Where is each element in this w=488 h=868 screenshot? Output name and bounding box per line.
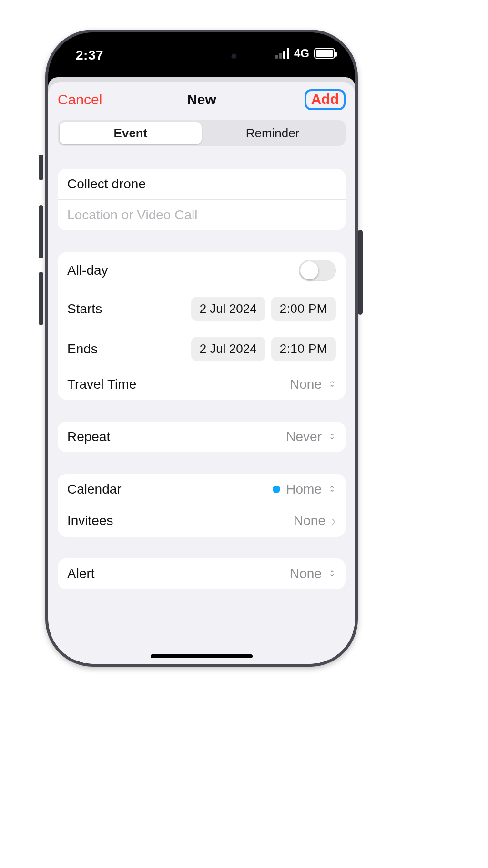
updown-icon [327, 486, 336, 494]
row-starts: Starts 2 Jul 2024 2:00 PM [58, 289, 346, 329]
title-input[interactable] [67, 176, 336, 192]
cellular-signal-icon [275, 48, 289, 59]
home-indicator[interactable] [151, 654, 253, 658]
row-alert[interactable]: Alert None [58, 558, 346, 589]
front-camera-icon [231, 53, 238, 60]
group-title-location [58, 169, 346, 230]
updown-icon [327, 381, 336, 389]
row-repeat[interactable]: Repeat Never [58, 422, 346, 452]
calendar-label: Calendar [67, 482, 122, 497]
group-alert: Alert None [58, 558, 346, 589]
add-button-highlight: Add [305, 89, 346, 110]
row-travel-time[interactable]: Travel Time None [58, 369, 346, 400]
ends-date-button[interactable]: 2 Jul 2024 [191, 337, 265, 361]
network-label: 4G [294, 47, 309, 60]
allday-label: All-day [67, 263, 108, 278]
starts-label: Starts [67, 301, 102, 317]
iphone-frame: 2:37 4G Cancel New Add Event Reminder [45, 30, 358, 667]
status-time: 2:37 [76, 48, 103, 63]
updown-icon [327, 570, 336, 579]
status-right: 4G [275, 47, 335, 60]
cancel-button[interactable]: Cancel [58, 92, 102, 108]
row-calendar[interactable]: Calendar Home [58, 474, 346, 505]
invitees-label: Invitees [67, 513, 113, 528]
dynamic-island [156, 45, 247, 69]
travel-label: Travel Time [67, 377, 136, 392]
allday-switch[interactable] [299, 260, 336, 281]
row-allday[interactable]: All-day [58, 252, 346, 289]
row-ends: Ends 2 Jul 2024 2:10 PM [58, 329, 346, 369]
form-scroll[interactable]: All-day Starts 2 Jul 2024 2:00 PM Ends [48, 154, 355, 664]
device-volume-up [39, 205, 43, 258]
row-invitees[interactable]: Invitees None › [58, 505, 346, 537]
starts-time-button[interactable]: 2:00 PM [271, 297, 336, 321]
segment-event[interactable]: Event [60, 122, 202, 144]
screen: 2:37 4G Cancel New Add Event Reminder [48, 32, 355, 664]
ends-time-button[interactable]: 2:10 PM [271, 337, 336, 361]
segment-reminder[interactable]: Reminder [202, 122, 344, 144]
chevron-right-icon: › [331, 513, 336, 529]
repeat-label: Repeat [67, 429, 110, 444]
alert-value: None [290, 566, 322, 581]
device-volume-down [39, 272, 43, 325]
group-calendar-invitees: Calendar Home Invitees None › [58, 474, 346, 537]
row-location[interactable] [58, 199, 346, 230]
modal-sheet: Cancel New Add Event Reminder [48, 82, 355, 664]
ends-label: Ends [67, 341, 98, 357]
location-input[interactable] [67, 207, 336, 223]
battery-icon [314, 48, 335, 59]
group-repeat: Repeat Never [58, 422, 346, 452]
repeat-value: Never [286, 429, 322, 444]
invitees-value: None [294, 513, 325, 528]
updown-icon [327, 433, 336, 442]
row-title[interactable] [58, 169, 346, 199]
device-power-button [358, 230, 363, 315]
travel-value: None [290, 377, 322, 392]
segmented-control[interactable]: Event Reminder [58, 120, 346, 146]
nav-bar: Cancel New Add [48, 82, 355, 117]
group-time: All-day Starts 2 Jul 2024 2:00 PM Ends [58, 252, 346, 400]
starts-date-button[interactable]: 2 Jul 2024 [191, 297, 265, 321]
calendar-value: Home [286, 482, 322, 497]
add-button[interactable]: Add [311, 92, 339, 106]
alert-label: Alert [67, 566, 95, 581]
device-mute-switch [39, 155, 43, 180]
calendar-color-dot [273, 486, 280, 493]
